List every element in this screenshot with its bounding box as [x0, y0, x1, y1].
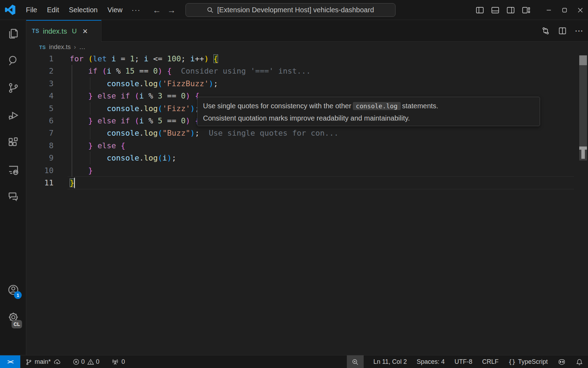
- copilot-icon[interactable]: [558, 358, 566, 366]
- code-line-2[interactable]: if (i % 15 == 0) { Consider using '===' …: [70, 65, 311, 77]
- breadcrumb-file-icon: TS: [39, 45, 46, 50]
- menu-view[interactable]: View: [103, 6, 127, 14]
- tab-index-ts[interactable]: TS index.ts U ✕: [26, 20, 102, 42]
- remote-explorer-icon[interactable]: [7, 164, 20, 176]
- search-sidebar-icon[interactable]: [7, 54, 20, 67]
- menubar: FileEditSelectionView···: [21, 0, 145, 20]
- errors-count: 0: [81, 358, 85, 366]
- command-center-label: [Extension Development Host] vehicles-da…: [217, 6, 374, 14]
- language-label: TypeScript: [518, 358, 548, 366]
- line-number-10: 10: [26, 164, 54, 177]
- vscode-logo-icon: [5, 5, 15, 15]
- nav-back-icon[interactable]: ←: [153, 5, 161, 15]
- eol-item[interactable]: CRLF: [482, 355, 498, 368]
- encoding-item[interactable]: UTF-8: [454, 355, 472, 368]
- text-cursor: [74, 178, 75, 188]
- code-line-1[interactable]: for (let i = 1; i <= 100; i++) {: [70, 53, 218, 65]
- hover-tooltip: Use single quotes for consistency with t…: [197, 97, 540, 126]
- remote-icon: ><: [7, 359, 13, 366]
- toggle-panel-icon[interactable]: [491, 6, 500, 15]
- line-number-5: 5: [26, 102, 54, 115]
- git-branch-item[interactable]: main*: [25, 355, 61, 368]
- line-number-4: 4: [26, 90, 54, 102]
- nav-forward-icon[interactable]: →: [167, 5, 176, 15]
- branch-label: main*: [35, 358, 51, 366]
- tab-close-icon[interactable]: ✕: [82, 27, 88, 35]
- git-branch-icon: [25, 359, 32, 366]
- tab-bar: TS index.ts U ✕ ⋯: [26, 20, 588, 42]
- customize-layout-icon[interactable]: [522, 6, 531, 15]
- menu-file[interactable]: File: [21, 6, 42, 14]
- breadcrumb-separator-icon: ›: [74, 43, 76, 51]
- toggle-secondary-sidebar-icon[interactable]: [506, 6, 515, 15]
- code-line-5[interactable]: console.log('Fizz');: [70, 102, 200, 115]
- code-line-8[interactable]: } else {: [70, 139, 125, 152]
- scrollbar-thumb[interactable]: [579, 55, 587, 65]
- ports-count: 0: [121, 358, 125, 366]
- explorer-icon[interactable]: [7, 27, 20, 40]
- overview-ruler-mark: [581, 150, 585, 159]
- code-editor[interactable]: 1234567891011 for (let i = 1; i <= 100; …: [26, 53, 588, 355]
- language-mode-item[interactable]: {} TypeScript: [508, 355, 548, 368]
- indentation-item[interactable]: Spaces: 4: [416, 355, 444, 368]
- menu-selection[interactable]: Selection: [64, 6, 103, 14]
- status-bar: >< main* 0 0: [0, 355, 588, 368]
- errors-icon: [73, 359, 79, 365]
- code-line-4[interactable]: } else if (i % 3 == 0) {: [70, 90, 200, 102]
- overview-ruler-mark: [579, 146, 587, 150]
- code-line-7[interactable]: console.log("Buzz"); Use single quotes f…: [70, 127, 338, 139]
- split-editor-icon[interactable]: [558, 26, 567, 35]
- toggle-sidebar-icon[interactable]: [475, 6, 484, 15]
- tooltip-code-chip: console.log: [353, 102, 401, 110]
- maximize-button[interactable]: [556, 0, 572, 20]
- line-number-6: 6: [26, 115, 54, 127]
- tab-label: index.ts: [43, 27, 67, 35]
- radio-tower-icon: [111, 359, 119, 366]
- problems-item[interactable]: 0 0: [73, 355, 99, 368]
- menu-more-icon[interactable]: ···: [127, 6, 145, 14]
- code-line-10[interactable]: }: [70, 164, 93, 177]
- settings-badge: CL: [12, 320, 22, 328]
- extensions-icon[interactable]: [7, 136, 20, 149]
- tab-git-status: U: [72, 27, 77, 35]
- activity-bar: 1 CL: [0, 20, 26, 355]
- accounts-badge: 1: [14, 291, 22, 299]
- code-line-11[interactable]: }: [70, 177, 74, 189]
- line-number-9: 9: [26, 152, 54, 164]
- current-line-highlight: [68, 176, 574, 189]
- zoom-in-icon: [352, 359, 359, 366]
- zoom-status-item[interactable]: [347, 355, 364, 368]
- title-bar: FileEditSelectionView··· ← → [Extension …: [0, 0, 588, 20]
- editor-more-actions-icon[interactable]: ⋯: [575, 26, 583, 36]
- code-line-9[interactable]: console.log(i);: [70, 152, 176, 164]
- close-window-button[interactable]: [572, 0, 588, 20]
- breadcrumb-symbol[interactable]: …: [79, 43, 85, 51]
- line-number-1: 1: [26, 53, 54, 65]
- ports-item[interactable]: 0: [111, 355, 125, 368]
- command-center-search[interactable]: [Extension Development Host] vehicles-da…: [186, 3, 396, 17]
- notifications-bell-icon[interactable]: [576, 358, 583, 366]
- open-changes-icon[interactable]: [541, 26, 550, 35]
- search-icon: [207, 7, 214, 13]
- line-number-3: 3: [26, 77, 54, 90]
- tooltip-line-1: Use single quotes for consistency with t…: [203, 100, 534, 112]
- minimize-button[interactable]: [541, 0, 556, 20]
- line-number-8: 8: [26, 139, 54, 152]
- code-line-6[interactable]: } else if (i % 5 == 0) {: [70, 115, 200, 127]
- line-number-2: 2: [26, 65, 54, 77]
- menu-edit[interactable]: Edit: [42, 6, 64, 14]
- run-debug-icon[interactable]: [7, 109, 20, 122]
- remote-indicator[interactable]: ><: [0, 355, 20, 368]
- breadcrumb-file[interactable]: index.ts: [49, 43, 71, 51]
- line-number-7: 7: [26, 127, 54, 139]
- tooltip-line-2: Consistent quotation marks improve reada…: [203, 112, 534, 124]
- code-line-3[interactable]: console.log('FizzBuzz');: [70, 77, 218, 90]
- warnings-icon: [87, 359, 94, 365]
- scrollbar-track[interactable]: [579, 55, 587, 161]
- warnings-count: 0: [96, 358, 99, 366]
- cursor-position-item[interactable]: Ln 11, Col 2: [373, 355, 407, 368]
- chat-icon[interactable]: [7, 190, 20, 203]
- source-control-icon[interactable]: [7, 82, 20, 94]
- publish-cloud-icon: [53, 359, 61, 366]
- breadcrumbs[interactable]: TS index.ts › …: [26, 42, 588, 53]
